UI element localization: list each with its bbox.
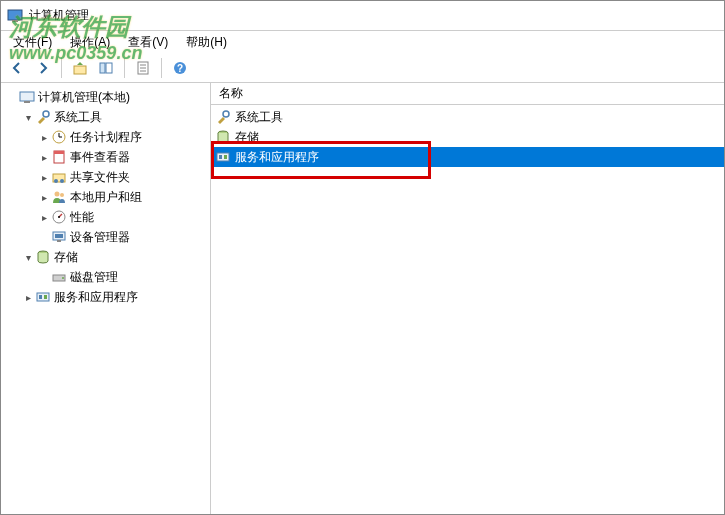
- shared-folder-icon: [51, 169, 67, 185]
- tree-storage[interactable]: ▾ 存储: [21, 247, 210, 267]
- svg-rect-28: [57, 240, 61, 242]
- tree-label: 磁盘管理: [70, 269, 118, 286]
- svg-point-31: [62, 277, 64, 279]
- expand-icon[interactable]: ▸: [37, 190, 51, 204]
- help-button[interactable]: ?: [168, 56, 192, 80]
- expand-icon[interactable]: ▸: [37, 130, 51, 144]
- tree-label: 计算机管理(本地): [38, 89, 130, 106]
- app-icon: [7, 8, 23, 24]
- tree-task-scheduler[interactable]: ▸ 任务计划程序: [37, 127, 210, 147]
- menubar: 文件(F) 操作(A) 查看(V) 帮助(H): [1, 31, 724, 53]
- toolbar-separator: [161, 58, 162, 78]
- svg-rect-12: [24, 101, 30, 103]
- list-item-label: 服务和应用程序: [235, 149, 319, 166]
- svg-point-21: [60, 179, 64, 183]
- storage-icon: [35, 249, 51, 265]
- toolbar: ?: [1, 53, 724, 83]
- tree-label: 性能: [70, 209, 94, 226]
- users-icon: [51, 189, 67, 205]
- tree-services-apps[interactable]: ▸ 服务和应用程序: [21, 287, 210, 307]
- svg-point-20: [54, 179, 58, 183]
- tree-event-viewer[interactable]: ▸ 事件查看器: [37, 147, 210, 167]
- expand-icon[interactable]: ▸: [37, 210, 51, 224]
- svg-rect-0: [8, 10, 22, 20]
- tree-shared-folders[interactable]: ▸ 共享文件夹: [37, 167, 210, 187]
- tree-disk-management[interactable]: 磁盘管理: [37, 267, 210, 287]
- svg-rect-18: [54, 151, 64, 154]
- titlebar: 计算机管理: [1, 1, 724, 31]
- tree-label: 事件查看器: [70, 149, 130, 166]
- up-button[interactable]: [68, 56, 92, 80]
- show-hide-tree-button[interactable]: [94, 56, 118, 80]
- expand-icon[interactable]: ▸: [37, 170, 51, 184]
- tree-label: 存储: [54, 249, 78, 266]
- collapse-icon[interactable]: ▾: [21, 110, 35, 124]
- svg-rect-27: [55, 234, 63, 238]
- tree-label: 设备管理器: [70, 229, 130, 246]
- menu-file[interactable]: 文件(F): [5, 32, 60, 53]
- tools-icon: [215, 109, 231, 125]
- content-pane: 名称 系统工具 存储 服务和应用程序: [211, 83, 724, 514]
- svg-rect-34: [44, 295, 47, 299]
- menu-view[interactable]: 查看(V): [120, 32, 176, 53]
- properties-button[interactable]: [131, 56, 155, 80]
- tree-local-users[interactable]: ▸ 本地用户和组: [37, 187, 210, 207]
- main-area: 计算机管理(本地) ▾ 系统工具 ▸: [1, 83, 724, 514]
- svg-text:?: ?: [177, 63, 183, 74]
- svg-point-22: [55, 192, 60, 197]
- list-item-system-tools[interactable]: 系统工具: [211, 107, 724, 127]
- svg-point-25: [58, 216, 60, 218]
- svg-point-35: [223, 111, 229, 117]
- svg-rect-2: [74, 66, 86, 74]
- device-icon: [51, 229, 67, 245]
- tree-system-tools[interactable]: ▾ 系统工具: [21, 107, 210, 127]
- collapse-icon[interactable]: ▾: [21, 250, 35, 264]
- list-item-label: 系统工具: [235, 109, 283, 126]
- forward-button[interactable]: [31, 56, 55, 80]
- svg-point-13: [43, 111, 49, 117]
- svg-rect-39: [224, 155, 227, 159]
- svg-rect-3: [100, 63, 105, 73]
- expand-icon[interactable]: ▸: [37, 150, 51, 164]
- tree-performance[interactable]: ▸ 性能: [37, 207, 210, 227]
- expander-icon[interactable]: [5, 90, 19, 104]
- svg-rect-37: [217, 153, 229, 161]
- computer-icon: [19, 89, 35, 105]
- disk-icon: [51, 269, 67, 285]
- svg-rect-11: [20, 92, 34, 101]
- menu-action[interactable]: 操作(A): [62, 32, 118, 53]
- event-icon: [51, 149, 67, 165]
- expander-icon[interactable]: [37, 230, 51, 244]
- svg-rect-33: [39, 295, 42, 299]
- tree-label: 服务和应用程序: [54, 289, 138, 306]
- expander-icon[interactable]: [37, 270, 51, 284]
- services-icon: [215, 149, 231, 165]
- performance-icon: [51, 209, 67, 225]
- back-button[interactable]: [5, 56, 29, 80]
- column-name-label: 名称: [219, 85, 243, 102]
- svg-rect-1: [12, 20, 18, 22]
- list-area[interactable]: 系统工具 存储 服务和应用程序: [211, 105, 724, 514]
- tree-label: 任务计划程序: [70, 129, 142, 146]
- tree-label: 系统工具: [54, 109, 102, 126]
- menu-help[interactable]: 帮助(H): [178, 32, 235, 53]
- clock-icon: [51, 129, 67, 145]
- svg-point-23: [60, 193, 64, 197]
- tree-pane[interactable]: 计算机管理(本地) ▾ 系统工具 ▸: [1, 83, 211, 514]
- svg-rect-38: [219, 155, 222, 159]
- tree-label: 本地用户和组: [70, 189, 142, 206]
- svg-rect-32: [37, 293, 49, 301]
- svg-rect-4: [106, 63, 112, 73]
- list-item-storage[interactable]: 存储: [211, 127, 724, 147]
- tools-icon: [35, 109, 51, 125]
- toolbar-separator: [61, 58, 62, 78]
- tree-device-manager[interactable]: 设备管理器: [37, 227, 210, 247]
- storage-icon: [215, 129, 231, 145]
- services-icon: [35, 289, 51, 305]
- toolbar-separator: [124, 58, 125, 78]
- tree-root-node[interactable]: 计算机管理(本地): [5, 87, 210, 107]
- column-header[interactable]: 名称: [211, 83, 724, 105]
- tree-label: 共享文件夹: [70, 169, 130, 186]
- list-item-services-apps[interactable]: 服务和应用程序: [211, 147, 724, 167]
- expand-icon[interactable]: ▸: [21, 290, 35, 304]
